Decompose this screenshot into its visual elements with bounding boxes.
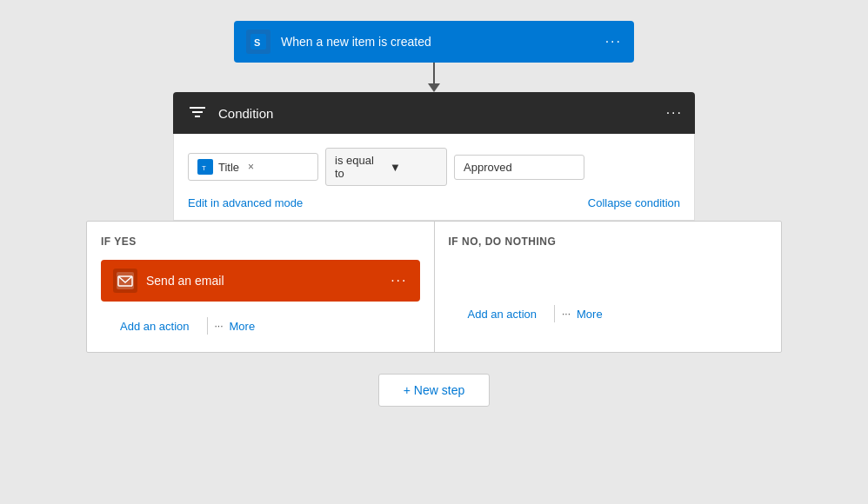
sharepoint-icon: S (246, 30, 270, 54)
if-yes-branch: IF YES Send an email ··· Add an action (87, 222, 435, 352)
new-step-label: + New step (404, 383, 464, 397)
dropdown-arrow-icon: ▼ (390, 161, 437, 174)
send-email-title: Send an email (146, 274, 391, 288)
action-separator-left (207, 317, 208, 335)
collapse-condition-button[interactable]: Collapse condition (588, 196, 680, 209)
operator-label: is equal to (335, 154, 383, 180)
svg-rect-3 (192, 111, 203, 113)
new-step-area: + New step (378, 374, 490, 407)
send-email-more-button[interactable]: ··· (391, 273, 407, 288)
field-tag-icon: T (197, 159, 213, 175)
svg-rect-2 (190, 107, 205, 109)
condition-block: Condition ··· T Title × is equal to ▼ Ap… (173, 92, 695, 221)
if-no-label: IF NO, DO NOTHING (449, 235, 768, 248)
svg-rect-7 (117, 272, 134, 289)
trigger-more-button[interactable]: ··· (605, 34, 622, 50)
trigger-block[interactable]: S When a new item is created ··· (234, 21, 634, 63)
condition-more-button[interactable]: ··· (666, 105, 683, 121)
field-tag-label: Title (218, 161, 239, 174)
field-tag-input[interactable]: T Title × (188, 153, 318, 181)
trigger-to-condition-connector (428, 63, 440, 92)
condition-row: T Title × is equal to ▼ Approved (188, 148, 680, 186)
office-icon (113, 269, 137, 293)
send-email-action[interactable]: Send an email ··· (101, 260, 420, 302)
if-no-branch: IF NO, DO NOTHING Add an action ··· More (435, 222, 782, 352)
more-dots-left: ··· (215, 320, 224, 332)
svg-text:S: S (254, 37, 260, 48)
svg-text:T: T (202, 164, 206, 172)
more-action-button-right[interactable]: ··· More (562, 302, 603, 326)
operator-dropdown[interactable]: is equal to ▼ (325, 148, 447, 186)
value-field[interactable]: Approved (454, 155, 584, 180)
more-dots-right: ··· (562, 308, 571, 320)
add-action-row-left: Add an action ··· More (101, 314, 420, 338)
svg-rect-4 (195, 116, 200, 117)
more-label-right: More (577, 308, 603, 321)
add-action-row-right: Add an action ··· More (449, 302, 768, 326)
field-tag-remove[interactable]: × (248, 161, 254, 173)
connector-line (433, 63, 435, 83)
new-step-button[interactable]: + New step (378, 374, 490, 407)
branch-area: IF YES Send an email ··· Add an action (86, 221, 782, 353)
add-action-icon-right (449, 307, 463, 321)
condition-title: Condition (218, 106, 666, 121)
add-action-icon-left (101, 319, 115, 333)
trigger-title: When a new item is created (281, 35, 605, 49)
more-label-left: More (230, 320, 256, 333)
more-action-button-left[interactable]: ··· More (215, 315, 256, 338)
if-yes-label: IF YES (101, 235, 420, 248)
edit-advanced-button[interactable]: Edit in advanced mode (188, 196, 303, 209)
condition-body: T Title × is equal to ▼ Approved Edit in… (173, 134, 695, 221)
add-action-label-right: Add an action (468, 308, 537, 321)
add-action-button-right[interactable]: Add an action (449, 302, 548, 326)
flow-canvas: S When a new item is created ··· Conditi… (0, 0, 868, 504)
condition-links: Edit in advanced mode Collapse condition (188, 196, 680, 209)
action-separator-right (554, 305, 555, 322)
add-action-label-left: Add an action (120, 320, 190, 333)
connector-arrow (428, 83, 440, 92)
condition-header: Condition ··· (173, 92, 695, 134)
condition-icon (185, 101, 210, 125)
add-action-button-left[interactable]: Add an action (101, 314, 200, 338)
